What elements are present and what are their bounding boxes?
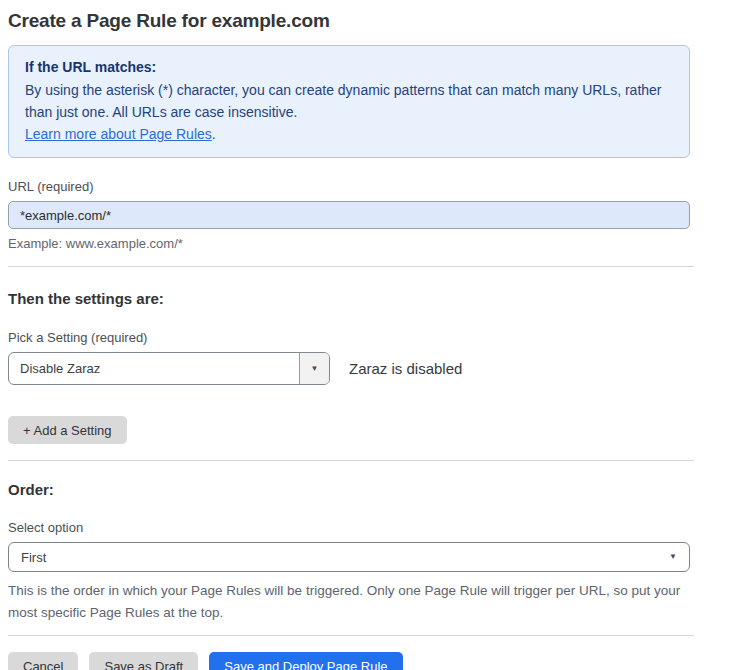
order-select-value: First: [21, 550, 46, 565]
link-suffix: .: [212, 126, 216, 142]
footer-actions: Cancel Save as Draft Save and Deploy Pag…: [8, 652, 700, 670]
save-and-deploy-button[interactable]: Save and Deploy Page Rule: [209, 652, 402, 670]
info-box-link-line: Learn more about Page Rules.: [25, 123, 673, 145]
url-input[interactable]: [8, 201, 690, 229]
add-setting-button[interactable]: + Add a Setting: [8, 416, 127, 444]
info-box-body: By using the asterisk (*) character, you…: [25, 79, 673, 123]
divider-url-section: [8, 266, 694, 267]
divider-settings-section: [8, 460, 694, 461]
url-field-label: URL (required): [8, 179, 700, 195]
order-select-label: Select option: [8, 520, 700, 536]
divider-footer: [8, 635, 694, 636]
learn-more-link[interactable]: Learn more about Page Rules: [25, 126, 212, 142]
setting-row: Disable Zaraz ▼ Zaraz is disabled: [8, 352, 700, 385]
setting-status-text: Zaraz is disabled: [349, 360, 462, 377]
page-title: Create a Page Rule for example.com: [8, 10, 700, 32]
order-select[interactable]: First ▼: [8, 542, 690, 572]
page-rule-form: Create a Page Rule for example.com If th…: [8, 0, 700, 670]
save-as-draft-button[interactable]: Save as Draft: [89, 652, 198, 670]
settings-section-heading: Then the settings are:: [8, 290, 700, 308]
setting-select-arrow-button[interactable]: ▼: [299, 353, 329, 384]
url-example-hint: Example: www.example.com/*: [8, 236, 700, 252]
setting-select[interactable]: Disable Zaraz ▼: [8, 352, 330, 385]
url-match-info-box: If the URL matches: By using the asteris…: [8, 45, 690, 158]
chevron-down-icon: ▼: [669, 553, 677, 561]
setting-picker-label: Pick a Setting (required): [8, 330, 700, 346]
setting-select-value: Disable Zaraz: [9, 353, 299, 384]
order-section-heading: Order:: [8, 481, 700, 499]
cancel-button[interactable]: Cancel: [8, 652, 78, 670]
order-help-text: This is the order in which your Page Rul…: [8, 580, 694, 624]
info-box-heading: If the URL matches:: [25, 57, 673, 77]
chevron-down-icon: ▼: [311, 365, 319, 373]
